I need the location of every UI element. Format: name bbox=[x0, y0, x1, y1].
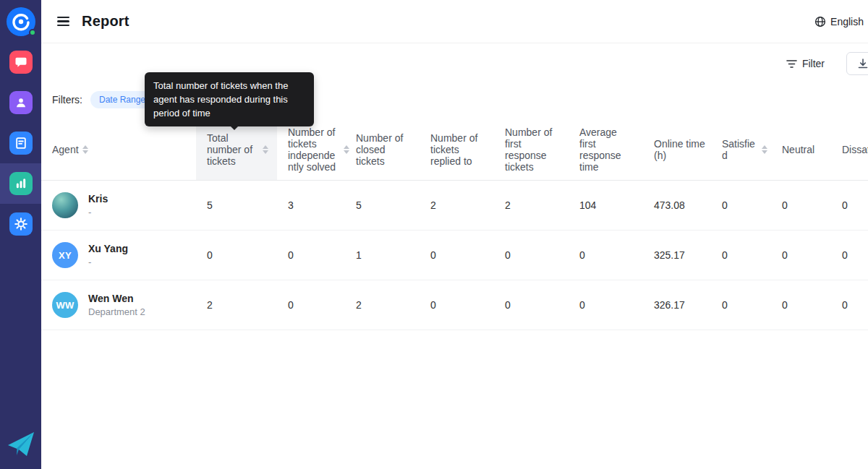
agent-cell: Kris - bbox=[41, 192, 196, 218]
sidebar-item-contacts[interactable] bbox=[0, 82, 41, 123]
filters-label: Filters: bbox=[52, 94, 82, 106]
sort-icon bbox=[82, 145, 88, 154]
cell-first-response-tickets: 0 bbox=[494, 249, 569, 261]
avatar: XY bbox=[52, 242, 78, 268]
cell-closed-tickets: 1 bbox=[345, 249, 420, 261]
cell-online-time: 326.17 bbox=[643, 299, 711, 311]
date-range-label: Date Range bbox=[99, 95, 145, 105]
table-header-row: Agent Total number of tickets Number of … bbox=[41, 119, 868, 181]
cell-first-response-tickets: 2 bbox=[494, 199, 569, 211]
cell-avg-first-response-time: 0 bbox=[569, 249, 643, 261]
cell-replied-to: 2 bbox=[420, 199, 494, 211]
cell-dissatisfied: 0 bbox=[831, 199, 868, 211]
agent-department: - bbox=[88, 207, 108, 218]
column-tooltip: Total number of tickets when the agent h… bbox=[145, 72, 314, 126]
online-status-dot bbox=[29, 29, 36, 36]
sidebar-item-analytics[interactable] bbox=[0, 163, 41, 204]
filter-label: Filter bbox=[802, 58, 825, 69]
download-icon bbox=[857, 58, 868, 69]
tooltip-text: Total number of tickets when the agent h… bbox=[153, 80, 288, 119]
cell-satisfied: 0 bbox=[711, 199, 771, 211]
cell-online-time: 325.17 bbox=[643, 249, 711, 261]
gear-icon bbox=[9, 212, 33, 236]
column-header-agent[interactable]: Agent bbox=[41, 119, 196, 180]
avatar: WW bbox=[52, 292, 78, 318]
column-header-first-response-tickets[interactable]: Number of first response tickets bbox=[494, 119, 569, 180]
cell-neutral: 0 bbox=[771, 249, 831, 261]
language-selector[interactable]: English bbox=[814, 16, 865, 27]
agent-department: - bbox=[88, 257, 128, 267]
sidebar-item-conversations[interactable] bbox=[0, 42, 41, 82]
contacts-icon bbox=[9, 91, 33, 114]
cell-avg-first-response-time: 104 bbox=[569, 199, 643, 211]
filter-icon bbox=[786, 59, 797, 69]
column-header-replied-to[interactable]: Number of tickets replied to bbox=[420, 119, 494, 180]
report-table: Agent Total number of tickets Number of … bbox=[41, 119, 868, 330]
sidebar bbox=[0, 0, 41, 469]
cell-independently-solved: 3 bbox=[277, 199, 345, 211]
topbar: Report English bbox=[41, 0, 868, 43]
agent-cell: WW Wen Wen Department 2 bbox=[41, 292, 196, 318]
sidebar-item-settings[interactable] bbox=[0, 204, 41, 244]
agent-cell: XY Xu Yang - bbox=[41, 242, 196, 268]
chart-icon bbox=[9, 172, 33, 195]
sidebar-nav bbox=[0, 42, 41, 244]
book-icon bbox=[9, 132, 33, 155]
cell-neutral: 0 bbox=[771, 299, 831, 311]
table-row: Kris - 5 3 5 2 2 104 473.08 0 0 0 bbox=[41, 181, 868, 231]
cell-total-tickets: 5 bbox=[196, 199, 277, 211]
agent-department: Department 2 bbox=[88, 306, 145, 317]
column-header-closed-tickets[interactable]: Number of closed tickets bbox=[345, 119, 420, 180]
cell-satisfied: 0 bbox=[711, 299, 771, 311]
cell-neutral: 0 bbox=[771, 199, 831, 211]
table-row: WW Wen Wen Department 2 2 0 2 0 0 0 326.… bbox=[41, 280, 868, 330]
cell-total-tickets: 2 bbox=[196, 299, 277, 311]
content: Filter Filters: Date Range ▾ Total numbe… bbox=[41, 43, 868, 469]
avatar bbox=[52, 192, 78, 218]
cell-online-time: 473.08 bbox=[643, 199, 711, 211]
cell-closed-tickets: 5 bbox=[345, 199, 420, 211]
download-button[interactable] bbox=[846, 52, 868, 75]
cell-satisfied: 0 bbox=[711, 249, 771, 261]
agent-name: Xu Yang bbox=[88, 243, 128, 254]
agent-name: Kris bbox=[88, 193, 108, 205]
cell-independently-solved: 0 bbox=[277, 249, 345, 261]
cell-first-response-tickets: 0 bbox=[494, 299, 569, 311]
main-area: Report English Filter bbox=[41, 0, 868, 469]
column-header-online-time[interactable]: Online time (h) bbox=[643, 119, 711, 180]
cell-replied-to: 0 bbox=[420, 249, 494, 261]
page-title: Report bbox=[82, 13, 129, 30]
cell-dissatisfied: 0 bbox=[831, 299, 868, 311]
column-header-neutral[interactable]: Neutral bbox=[771, 119, 831, 180]
sidebar-item-knowledge-base[interactable] bbox=[0, 123, 41, 163]
app-logo[interactable] bbox=[7, 7, 35, 36]
filter-button[interactable]: Filter bbox=[786, 58, 825, 69]
column-header-satisfied[interactable]: Satisfied bbox=[711, 119, 771, 180]
agent-name: Wen Wen bbox=[88, 293, 145, 304]
cell-avg-first-response-time: 0 bbox=[569, 299, 643, 311]
menu-toggle-icon[interactable] bbox=[54, 14, 72, 29]
column-header-independently-solved[interactable]: Number of tickets independently solved bbox=[277, 119, 345, 180]
cell-total-tickets: 0 bbox=[196, 249, 277, 261]
column-header-avg-first-response-time[interactable]: Average first response time bbox=[569, 119, 643, 180]
sort-icon bbox=[762, 145, 767, 154]
column-header-dissatisfied[interactable]: Dissatisfied bbox=[831, 119, 868, 180]
language-label: English bbox=[830, 16, 864, 27]
paper-plane-logo bbox=[6, 429, 36, 462]
table-row: XY Xu Yang - 0 0 1 0 0 0 325.17 0 0 0 bbox=[41, 231, 868, 280]
cell-independently-solved: 0 bbox=[277, 299, 345, 311]
globe-icon bbox=[814, 16, 826, 27]
cell-replied-to: 0 bbox=[420, 299, 494, 311]
cell-dissatisfied: 0 bbox=[831, 249, 868, 261]
cell-closed-tickets: 2 bbox=[345, 299, 420, 311]
sort-icon bbox=[263, 145, 268, 154]
chat-icon bbox=[9, 51, 33, 74]
